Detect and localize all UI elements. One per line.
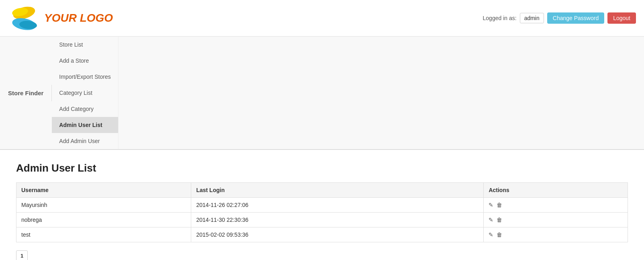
page-button[interactable]: 1: [16, 250, 28, 260]
cell-last-login: 2015-02-02 09:53:36: [191, 227, 484, 242]
cell-actions: ✎🗑: [484, 213, 628, 227]
admin-user-table: UsernameLast LoginActions Mayursinh2014-…: [16, 182, 628, 242]
nav-item-import-export[interactable]: Import/Export Stores: [52, 69, 118, 85]
logout-button[interactable]: Logout: [607, 12, 636, 24]
cell-username: Mayursinh: [16, 198, 191, 213]
logo-text: YOUR LOGO: [44, 12, 113, 25]
cell-last-login: 2014-11-30 22:30:36: [191, 213, 484, 227]
header-right: Logged in as: admin Change Password Logo…: [483, 12, 636, 24]
table-head: UsernameLast LoginActions: [16, 183, 628, 198]
delete-icon[interactable]: 🗑: [497, 202, 502, 208]
table-row: nobrega2014-11-30 22:30:36✎🗑: [16, 213, 628, 227]
cell-last-login: 2014-11-26 02:27:06: [191, 198, 484, 213]
nav-item-store-list[interactable]: Store List: [52, 37, 118, 53]
cell-actions: ✎🗑: [484, 198, 628, 213]
delete-icon[interactable]: 🗑: [497, 231, 502, 238]
edit-icon[interactable]: ✎: [489, 231, 493, 238]
header: YOUR LOGO Logged in as: admin Change Pas…: [0, 0, 644, 37]
nav-item-admin-user-list[interactable]: Admin User List: [52, 117, 118, 133]
edit-icon[interactable]: ✎: [489, 202, 493, 208]
logo-area: YOUR LOGO: [8, 4, 113, 32]
nav-item-add-store[interactable]: Add a Store: [52, 53, 118, 69]
main-content: Admin User List UsernameLast LoginAction…: [0, 150, 644, 260]
pagination: 1: [16, 250, 628, 260]
nav-items: Store ListAdd a StoreImport/Export Store…: [52, 37, 118, 149]
username-badge: admin: [520, 13, 544, 23]
nav-brand: Store Finder: [0, 85, 52, 101]
cell-username: test: [16, 227, 191, 242]
logged-in-label: Logged in as:: [483, 15, 517, 21]
table-row: Mayursinh2014-11-26 02:27:06✎🗑: [16, 198, 628, 213]
table-col-username: Username: [16, 183, 191, 198]
table-body: Mayursinh2014-11-26 02:27:06✎🗑nobrega201…: [16, 198, 628, 242]
nav-item-category-list[interactable]: Category List: [52, 85, 118, 101]
edit-icon[interactable]: ✎: [489, 217, 493, 223]
cell-actions: ✎🗑: [484, 227, 628, 242]
table-col-last-login: Last Login: [191, 183, 484, 198]
cell-username: nobrega: [16, 213, 191, 227]
delete-icon[interactable]: 🗑: [497, 217, 502, 223]
change-password-button[interactable]: Change Password: [547, 12, 604, 24]
nav-item-add-category[interactable]: Add Category: [52, 101, 118, 117]
nav-item-add-admin-user[interactable]: Add Admin User: [52, 133, 118, 149]
nav-bar: Store Finder Store ListAdd a StoreImport…: [0, 37, 644, 150]
table-col-actions: Actions: [484, 183, 628, 198]
logo-icon: [8, 4, 40, 32]
table-row: test2015-02-02 09:53:36✎🗑: [16, 227, 628, 242]
page-title: Admin User List: [16, 162, 628, 174]
